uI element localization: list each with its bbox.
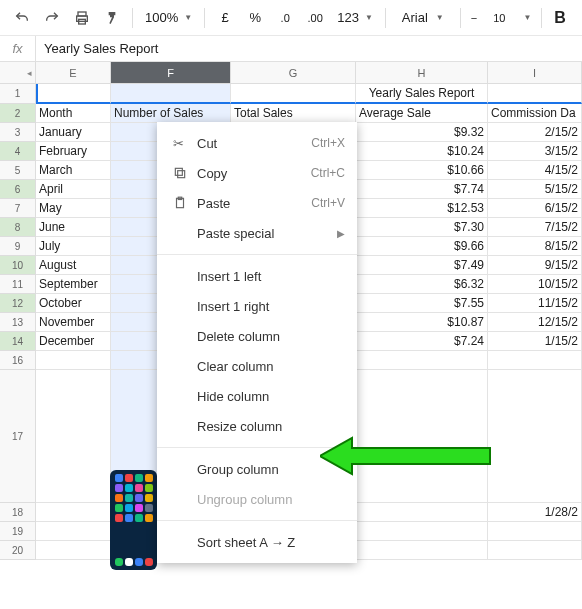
- menu-clear-column[interactable]: Clear column: [157, 351, 357, 381]
- cell[interactable]: Number of Sales: [111, 104, 231, 123]
- row-num[interactable]: 17: [0, 370, 36, 503]
- cell[interactable]: April: [36, 180, 111, 199]
- row-num[interactable]: 4: [0, 142, 36, 161]
- cell[interactable]: [356, 522, 488, 541]
- row-num[interactable]: 5: [0, 161, 36, 180]
- print-button[interactable]: [68, 4, 96, 32]
- cell[interactable]: 11/15/2: [488, 294, 582, 313]
- cell[interactable]: Commission Da: [488, 104, 582, 123]
- redo-button[interactable]: [38, 4, 66, 32]
- cell[interactable]: January: [36, 123, 111, 142]
- cell[interactable]: [36, 351, 111, 370]
- row-num[interactable]: 1: [0, 84, 36, 104]
- font-select[interactable]: Arial▼: [392, 10, 454, 25]
- row-num[interactable]: 7: [0, 199, 36, 218]
- row-num[interactable]: 19: [0, 522, 36, 541]
- cell[interactable]: 8/15/2: [488, 237, 582, 256]
- menu-paste-special[interactable]: Paste special▶: [157, 218, 357, 248]
- row-num[interactable]: 10: [0, 256, 36, 275]
- select-all-corner[interactable]: [0, 62, 36, 84]
- cell[interactable]: [356, 541, 488, 560]
- menu-hide-column[interactable]: Hide column: [157, 381, 357, 411]
- cell[interactable]: $10.87: [356, 313, 488, 332]
- row-num[interactable]: 6: [0, 180, 36, 199]
- decrease-decimal-button[interactable]: .0: [271, 4, 299, 32]
- minus-icon[interactable]: −: [471, 12, 477, 24]
- cell[interactable]: 7/15/2: [488, 218, 582, 237]
- cell[interactable]: [36, 370, 111, 503]
- cell[interactable]: June: [36, 218, 111, 237]
- cell[interactable]: 2/15/2: [488, 123, 582, 142]
- cell[interactable]: October: [36, 294, 111, 313]
- menu-insert-right[interactable]: Insert 1 right: [157, 291, 357, 321]
- paint-format-button[interactable]: [98, 4, 126, 32]
- cell[interactable]: August: [36, 256, 111, 275]
- row-num[interactable]: 8: [0, 218, 36, 237]
- cell[interactable]: [36, 541, 111, 560]
- cell[interactable]: 5/15/2: [488, 180, 582, 199]
- row-num[interactable]: 3: [0, 123, 36, 142]
- cell[interactable]: [36, 503, 111, 522]
- cell[interactable]: 3/15/2: [488, 142, 582, 161]
- row-num[interactable]: 9: [0, 237, 36, 256]
- cell[interactable]: $10.66: [356, 161, 488, 180]
- row-num[interactable]: 2: [0, 104, 36, 123]
- row-num[interactable]: 20: [0, 541, 36, 560]
- col-header-F[interactable]: F: [111, 62, 231, 84]
- col-header-H[interactable]: H: [356, 62, 488, 84]
- cell[interactable]: $9.66: [356, 237, 488, 256]
- col-header-E[interactable]: E: [36, 62, 111, 84]
- undo-button[interactable]: [8, 4, 36, 32]
- cell[interactable]: [488, 522, 582, 541]
- cell[interactable]: Month: [36, 104, 111, 123]
- cell[interactable]: Total Sales: [231, 104, 356, 123]
- cell[interactable]: [356, 503, 488, 522]
- cell[interactable]: $7.55: [356, 294, 488, 313]
- col-header-I[interactable]: I: [488, 62, 582, 84]
- menu-delete-column[interactable]: Delete column: [157, 321, 357, 351]
- cell[interactable]: $7.24: [356, 332, 488, 351]
- cell[interactable]: $7.49: [356, 256, 488, 275]
- cell[interactable]: 12/15/2: [488, 313, 582, 332]
- cell[interactable]: $9.32: [356, 123, 488, 142]
- cell[interactable]: $6.32: [356, 275, 488, 294]
- cell[interactable]: March: [36, 161, 111, 180]
- cell[interactable]: Average Sale: [356, 104, 488, 123]
- menu-sort-az[interactable]: Sort sheet A → Z: [157, 527, 357, 557]
- formula-input[interactable]: Yearly Sales Report: [36, 41, 582, 56]
- cell-title[interactable]: [231, 84, 356, 104]
- cell[interactable]: September: [36, 275, 111, 294]
- menu-cut[interactable]: ✂CutCtrl+X: [157, 128, 357, 158]
- cell[interactable]: [36, 522, 111, 541]
- cell[interactable]: [36, 84, 111, 104]
- cell[interactable]: December: [36, 332, 111, 351]
- menu-insert-left[interactable]: Insert 1 left: [157, 261, 357, 291]
- cell[interactable]: [111, 84, 231, 104]
- cell[interactable]: May: [36, 199, 111, 218]
- currency-pound-button[interactable]: £: [211, 4, 239, 32]
- col-header-G[interactable]: G: [231, 62, 356, 84]
- cell[interactable]: [488, 541, 582, 560]
- cell[interactable]: 6/15/2: [488, 199, 582, 218]
- percent-button[interactable]: %: [241, 4, 269, 32]
- increase-decimal-button[interactable]: .00: [301, 4, 329, 32]
- cell[interactable]: July: [36, 237, 111, 256]
- cell-title[interactable]: Yearly Sales Report: [356, 84, 488, 104]
- font-size-select[interactable]: −10▼: [467, 12, 536, 24]
- format-123-button[interactable]: 123▼: [331, 10, 379, 25]
- cell[interactable]: 1/28/2: [488, 503, 582, 522]
- cell[interactable]: [488, 84, 582, 104]
- cell[interactable]: 1/15/2: [488, 332, 582, 351]
- row-num[interactable]: 13: [0, 313, 36, 332]
- cell[interactable]: $7.74: [356, 180, 488, 199]
- row-num[interactable]: 16: [0, 351, 36, 370]
- cell[interactable]: November: [36, 313, 111, 332]
- row-num[interactable]: 12: [0, 294, 36, 313]
- menu-copy[interactable]: CopyCtrl+C: [157, 158, 357, 188]
- menu-paste[interactable]: PasteCtrl+V: [157, 188, 357, 218]
- cell[interactable]: February: [36, 142, 111, 161]
- cell[interactable]: $7.30: [356, 218, 488, 237]
- cell[interactable]: [488, 351, 582, 370]
- row-num[interactable]: 18: [0, 503, 36, 522]
- cell[interactable]: 4/15/2: [488, 161, 582, 180]
